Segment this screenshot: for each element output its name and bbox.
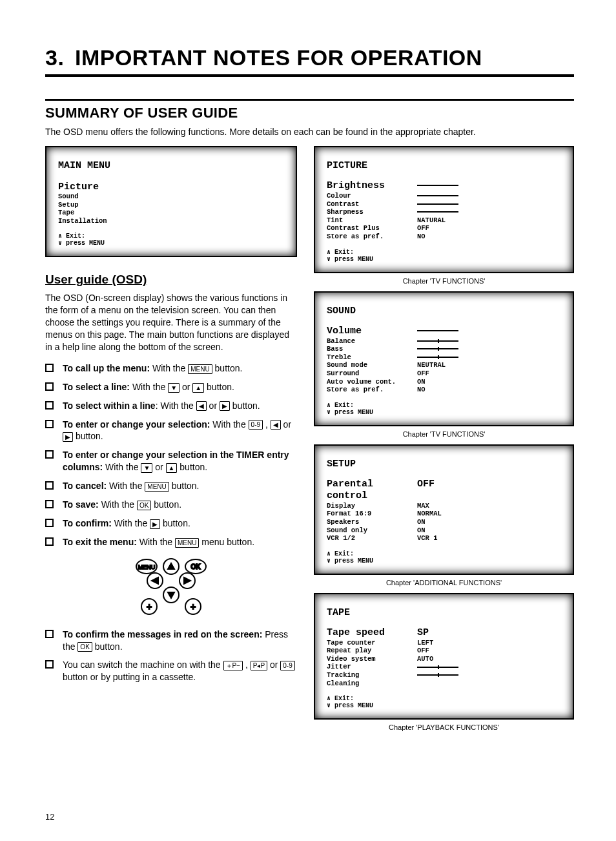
main-menu-item: Setup <box>58 201 284 209</box>
caption-tape: Chapter 'PLAYBACK FUNCTIONS' <box>314 723 574 731</box>
intro-text: The OSD menu offers the following functi… <box>45 127 574 137</box>
osd-tape: TAPETape speedSPTape counterLEFTRepeat p… <box>314 593 574 720</box>
osd-setup: SETUPParental controlOFFDisplayMAXFormat… <box>314 444 574 575</box>
caption-picture: Chapter 'TV FUNCTIONS' <box>314 277 574 285</box>
caption-setup: Chapter 'ADDITIONAL FUNCTIONS' <box>314 579 574 587</box>
main-menu-item: Tape <box>58 209 284 217</box>
main-menu-items: SoundSetupTapeInstallation <box>58 192 284 225</box>
checkbox-icon <box>45 630 54 638</box>
remote-diagram: MENU OK + + <box>45 555 297 619</box>
main-menu-selected: Picture <box>58 182 284 192</box>
right-icon: ▶ <box>150 519 160 529</box>
osd-sound: SOUNDVolumeBalanceBassTrebleSound modeNE… <box>314 291 574 426</box>
page-number: 12 <box>45 812 54 822</box>
ok-button: OK <box>77 642 92 652</box>
step-list-2: To confirm the messages in red on the sc… <box>45 628 297 684</box>
checkbox-icon <box>45 519 54 527</box>
checkbox-icon <box>45 450 54 459</box>
checkbox-icon <box>45 420 54 428</box>
checkbox-icon <box>45 481 54 490</box>
checkbox-icon <box>45 537 54 546</box>
pplus-button: ＋P− <box>223 661 243 670</box>
svg-text:+: + <box>190 601 196 612</box>
menu-button: MENU <box>175 538 199 548</box>
user-guide-para: The OSD (On-screen display) shows the va… <box>45 292 297 353</box>
main-menu-title: MAIN MENU <box>58 160 284 171</box>
prev-button: P◂P <box>251 661 267 670</box>
down-icon: ▼ <box>168 383 180 393</box>
svg-text:MENU: MENU <box>138 564 156 570</box>
left-icon: ◀ <box>271 420 281 430</box>
step-list: To call up the menu: With the MENU butto… <box>45 362 297 548</box>
section-number: 3. <box>45 45 68 70</box>
right-icon: ▶ <box>220 401 230 411</box>
left-icon: ◀ <box>196 401 207 411</box>
right-icon: ▶ <box>63 432 73 442</box>
section-title-text: IMPORTANT NOTES FOR OPERATION <box>75 45 482 70</box>
osd-main-menu: MAIN MENU Picture SoundSetupTapeInstalla… <box>45 146 297 257</box>
checkbox-icon <box>45 401 54 410</box>
main-menu-item: Sound <box>58 192 284 201</box>
ok-button: OK <box>137 501 151 510</box>
svg-text:+: + <box>147 601 152 612</box>
menu-button: MENU <box>188 364 212 374</box>
user-guide-heading: User guide (OSD) <box>45 273 297 287</box>
checkbox-icon <box>45 660 54 669</box>
down-icon: ▼ <box>141 463 152 473</box>
checkbox-icon <box>45 500 54 508</box>
num-button: 0-9 <box>280 661 294 670</box>
osd-picture: PICTUREBrightnessColourContrastSharpness… <box>314 146 574 273</box>
svg-text:OK: OK <box>191 563 201 570</box>
up-icon: ▲ <box>192 383 204 393</box>
summary-heading: SUMMARY OF USER GUIDE <box>45 99 574 121</box>
num-button: 0-9 <box>249 420 263 430</box>
exit-line-2: ∨ press MENU <box>58 240 284 247</box>
checkbox-icon <box>45 382 54 391</box>
menu-button: MENU <box>145 482 169 492</box>
caption-sound: Chapter 'TV FUNCTIONS' <box>314 430 574 438</box>
main-menu-item: Installation <box>58 217 284 225</box>
up-icon: ▲ <box>166 463 178 473</box>
checkbox-icon <box>45 364 54 372</box>
exit-line-1: ∧ Exit: <box>58 233 284 240</box>
section-title: 3. IMPORTANT NOTES FOR OPERATION <box>45 45 574 77</box>
